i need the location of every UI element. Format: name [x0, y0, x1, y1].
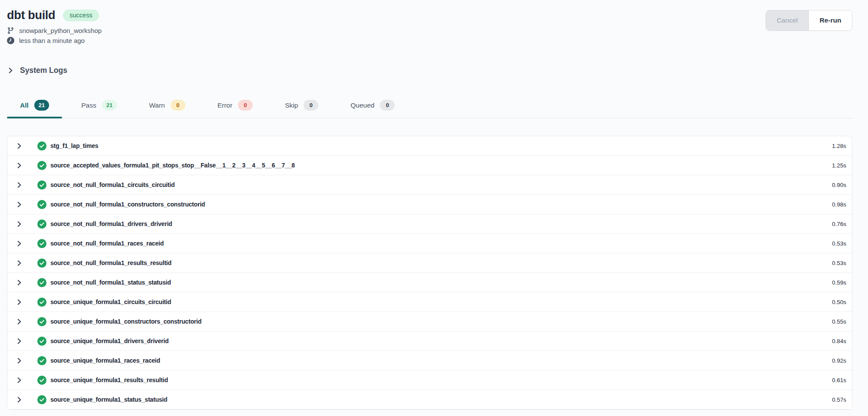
node-name: source_not_null_formula1_results_resulti… [50, 259, 172, 266]
table-row[interactable]: source_not_null_formula1_status_statusid… [7, 273, 852, 292]
tab-label: Warn [149, 102, 165, 109]
success-check-icon [37, 200, 46, 209]
row-expand-chevron-icon[interactable] [16, 221, 23, 227]
row-expand-chevron-icon[interactable] [16, 396, 23, 403]
status-badge: success [63, 10, 99, 21]
clock-icon [7, 37, 14, 44]
success-check-icon [37, 278, 46, 287]
node-duration: 1.28s [832, 143, 846, 149]
tabs: All 21 Pass 21 Warn 0 Error 0 Skip 0 Que… [7, 94, 852, 118]
node-duration: 0.90s [832, 182, 846, 188]
node-duration: 0.55s [832, 318, 846, 325]
tab-count-badge: 21 [34, 100, 49, 111]
tab-count-badge: 0 [238, 100, 253, 111]
node-name: source_not_null_formula1_status_statusid [50, 279, 171, 286]
table-row[interactable]: source_not_null_formula1_constructors_co… [7, 195, 852, 214]
table-row[interactable]: source_not_null_formula1_drivers_driveri… [7, 214, 852, 234]
node-duration: 0.57s [832, 396, 846, 403]
title-row: dbt build success [7, 9, 102, 22]
row-expand-chevron-icon[interactable] [16, 318, 23, 325]
table-row[interactable]: source_unique_formula1_results_resultid … [7, 370, 852, 390]
table-row[interactable]: source_unique_formula1_status_statusid 0… [7, 390, 852, 409]
cancel-button[interactable]: Cancel [766, 10, 809, 30]
success-check-icon [37, 356, 46, 365]
system-logs-label: System Logs [20, 66, 67, 75]
node-name: source_unique_formula1_races_raceid [50, 357, 160, 364]
row-expand-chevron-icon[interactable] [16, 240, 23, 247]
table-row[interactable]: source_accepted_values_formula1_pit_stop… [7, 156, 852, 175]
success-check-icon [37, 141, 46, 151]
tab-skip[interactable]: Skip 0 [272, 94, 331, 118]
tab-count-badge: 0 [304, 100, 318, 111]
node-duration: 0.61s [832, 377, 846, 383]
node-duration: 0.53s [832, 240, 846, 247]
success-check-icon [37, 219, 46, 229]
node-name: source_not_null_formula1_constructors_co… [50, 201, 205, 208]
table-row[interactable]: source_not_null_formula1_circuits_circui… [7, 175, 852, 195]
row-expand-chevron-icon[interactable] [16, 338, 23, 344]
table-row[interactable]: source_not_null_formula1_results_resulti… [7, 253, 852, 273]
table-row[interactable]: source_unique_formula1_races_raceid 0.92… [7, 351, 852, 370]
row-expand-chevron-icon[interactable] [16, 279, 23, 286]
tab-label: All [20, 102, 29, 109]
row-expand-chevron-icon[interactable] [16, 357, 23, 364]
tab-error[interactable]: Error 0 [205, 94, 266, 118]
tab-pass[interactable]: Pass 21 [68, 94, 130, 118]
node-name: source_not_null_formula1_races_raceid [50, 240, 164, 247]
chevron-right-icon [7, 67, 14, 74]
table-row[interactable]: stg_f1_lap_times 1.28s [7, 136, 852, 156]
time-ago: less than a minute ago [19, 37, 85, 44]
row-expand-chevron-icon[interactable] [16, 260, 23, 266]
tab-all[interactable]: All 21 [7, 94, 62, 118]
node-duration: 0.59s [832, 279, 846, 286]
node-duration: 0.98s [832, 201, 846, 208]
success-check-icon [37, 337, 46, 346]
node-name: source_not_null_formula1_circuits_circui… [50, 181, 175, 188]
row-expand-chevron-icon[interactable] [16, 201, 23, 208]
node-name: source_unique_formula1_results_resultid [50, 377, 168, 383]
success-check-icon [37, 395, 46, 404]
tab-label: Error [218, 102, 232, 109]
node-name: source_accepted_values_formula1_pit_stop… [50, 162, 295, 169]
tab-count-badge: 0 [380, 100, 395, 111]
table-row[interactable]: source_unique_formula1_constructors_cons… [7, 312, 852, 331]
node-name: source_not_null_formula1_drivers_driveri… [50, 220, 172, 227]
system-logs-toggle[interactable]: System Logs [7, 66, 868, 75]
row-expand-chevron-icon[interactable] [16, 162, 23, 169]
row-expand-chevron-icon[interactable] [16, 377, 23, 383]
success-check-icon [37, 259, 46, 268]
page-title: dbt build [7, 9, 55, 22]
success-check-icon [37, 239, 46, 248]
run-meta: snowpark_python_workshop less than a min… [7, 27, 102, 44]
row-expand-chevron-icon[interactable] [16, 143, 23, 149]
table-row[interactable]: source_not_null_formula1_races_raceid 0.… [7, 234, 852, 253]
tab-label: Skip [285, 102, 298, 109]
node-duration: 1.25s [832, 162, 846, 169]
row-expand-chevron-icon[interactable] [16, 299, 23, 305]
success-check-icon [37, 161, 46, 170]
branch-row: snowpark_python_workshop [7, 27, 102, 34]
node-name: stg_f1_lap_times [50, 142, 98, 149]
success-check-icon [37, 180, 46, 190]
run-header: dbt build success snowpark_python_worksh… [0, 0, 868, 44]
node-name: source_unique_formula1_drivers_driverid [50, 337, 168, 344]
rerun-button[interactable]: Re-run [809, 10, 852, 30]
time-row: less than a minute ago [7, 37, 102, 44]
tab-warn[interactable]: Warn 0 [136, 94, 198, 118]
table-row[interactable]: source_unique_formula1_drivers_driverid … [7, 331, 852, 351]
success-check-icon [37, 376, 46, 385]
node-duration: 0.84s [832, 338, 846, 344]
tab-queued[interactable]: Queued 0 [337, 94, 408, 118]
success-check-icon [37, 298, 46, 307]
tab-label: Queued [350, 102, 374, 109]
table-row[interactable]: source_unique_formula1_circuits_circuiti… [7, 292, 852, 312]
node-duration: 0.76s [832, 221, 846, 227]
node-duration: 0.50s [832, 299, 846, 305]
success-check-icon [37, 317, 46, 326]
row-expand-chevron-icon[interactable] [16, 182, 23, 188]
node-name: source_unique_formula1_constructors_cons… [50, 318, 201, 325]
run-actions: Cancel Re-run [766, 10, 852, 31]
node-duration: 0.92s [832, 357, 846, 364]
git-branch-icon [7, 27, 14, 34]
node-duration: 0.53s [832, 260, 846, 266]
